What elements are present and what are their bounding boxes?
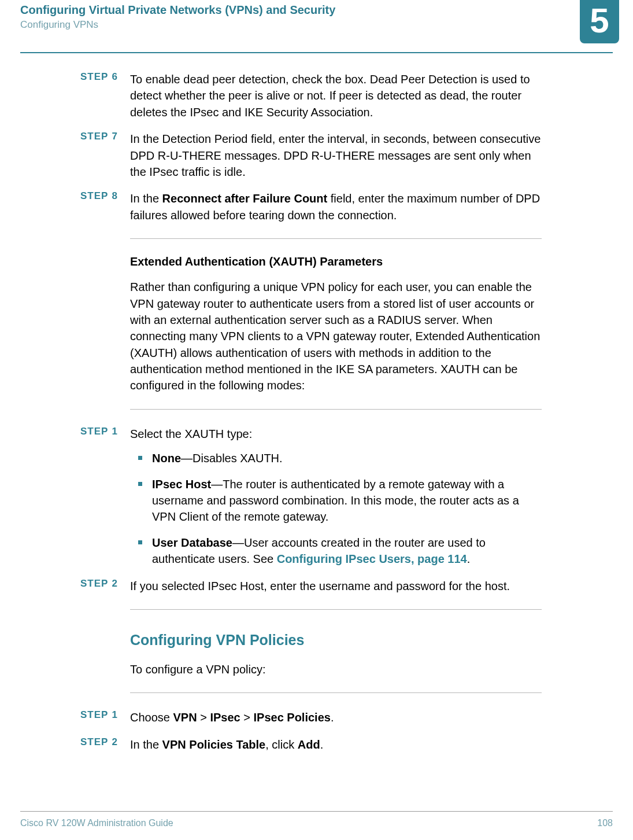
step-label: STEP1: [80, 426, 118, 437]
footer-rule: [20, 811, 613, 812]
step-label: STEP6: [80, 71, 118, 83]
list-item: None—Disables XAUTH.: [130, 450, 542, 466]
footer-guide-title: Cisco RV 120W Administration Guide: [20, 818, 173, 828]
step-row: STEP2In the VPN Policies Table, click Ad…: [130, 736, 542, 753]
bullet-icon: [138, 482, 142, 486]
vpn-policies-intro: To configure a VPN policy:: [130, 661, 542, 677]
step-body: If you selected IPsec Host, enter the us…: [130, 578, 542, 594]
page-number: 108: [597, 818, 613, 828]
step-label: STEP7: [80, 131, 118, 142]
separator: [130, 238, 542, 239]
step-row: STEP1Select the XAUTH type:None—Disables…: [130, 426, 542, 568]
list-item: IPsec Host—The router is authenticated b…: [130, 476, 542, 525]
section-breadcrumb: Configuring VPNs: [20, 19, 98, 31]
step-label: STEP1: [80, 709, 118, 721]
step-row: STEP6To enable dead peer detection, chec…: [130, 71, 542, 120]
step-row: STEP8In the Reconnect after Failure Coun…: [130, 190, 542, 223]
main-content: STEP6To enable dead peer detection, chec…: [130, 71, 542, 763]
header-rule: [20, 52, 613, 53]
step-row: STEP1Choose VPN > IPsec > IPsec Policies…: [130, 709, 542, 725]
separator: [130, 692, 542, 693]
step-body: In the VPN Policies Table, click Add.: [130, 736, 542, 753]
step-label: STEP2: [80, 578, 118, 590]
step-label: STEP8: [80, 190, 118, 202]
step-row: STEP2If you selected IPsec Host, enter t…: [130, 578, 542, 594]
bullet-icon: [138, 540, 142, 544]
step-body: To enable dead peer detection, check the…: [130, 71, 542, 120]
separator: [130, 609, 542, 610]
chapter-number-badge: 5: [580, 0, 619, 43]
xauth-paragraph: Rather than configuring a unique VPN pol…: [130, 279, 542, 394]
step-label: STEP2: [80, 736, 118, 748]
step-body: Select the XAUTH type:: [130, 426, 542, 442]
step-body: Choose VPN > IPsec > IPsec Policies.: [130, 709, 542, 725]
list-item-text: IPsec Host—The router is authenticated b…: [152, 478, 519, 524]
link-ipsec-users[interactable]: Configuring IPsec Users, page 114: [277, 552, 467, 565]
list-item-text: User Database—User accounts created in t…: [152, 536, 486, 565]
step-row: STEP7In the Detection Period field, ente…: [130, 131, 542, 180]
list-item-text: None—Disables XAUTH.: [152, 452, 283, 465]
vpn-policies-heading: Configuring VPN Policies: [130, 632, 542, 649]
step-body: In the Reconnect after Failure Count fie…: [130, 190, 542, 223]
bullet-list: None—Disables XAUTH.IPsec Host—The route…: [130, 450, 542, 567]
bullet-icon: [138, 456, 142, 460]
step-body: In the Detection Period field, enter the…: [130, 131, 542, 180]
list-item: User Database—User accounts created in t…: [130, 535, 542, 568]
separator: [130, 409, 542, 410]
xauth-heading: Extended Authentication (XAUTH) Paramete…: [130, 255, 542, 268]
chapter-title: Configuring Virtual Private Networks (VP…: [20, 3, 335, 17]
